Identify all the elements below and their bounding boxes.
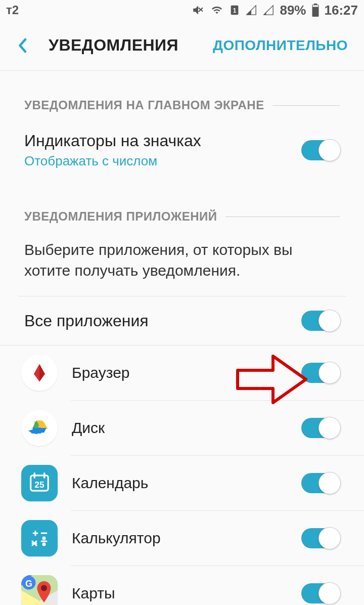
- section-label: УВЕДОМЛЕНИЯ ПРИЛОЖЕНИЙ: [24, 209, 217, 224]
- app-label: Диск: [72, 419, 301, 437]
- svg-text:G: G: [25, 579, 32, 589]
- badge-indicators-row[interactable]: Индикаторы на значках Отображать с число…: [0, 118, 364, 182]
- app-row-drive[interactable]: Диск: [0, 401, 364, 455]
- app-toggle-calendar[interactable]: [301, 473, 340, 493]
- app-label: Карты: [72, 585, 301, 602]
- app-label: Калькулятор: [72, 530, 301, 547]
- sim-icon: 1: [229, 4, 240, 17]
- page-title: УВЕДОМЛЕНИЯ: [49, 36, 213, 55]
- app-list: Браузер Диск 25 Календарь Калькулятор G …: [0, 345, 364, 605]
- status-bar: т2 1 89% 16:27: [0, 0, 364, 20]
- section-header-home-notifications: УВЕДОМЛЕНИЯ НА ГЛАВНОМ ЭКРАНЕ: [0, 71, 364, 118]
- signal-icon-1: [245, 5, 257, 16]
- svg-point-30: [41, 585, 47, 591]
- section-header-app-notifications: УВЕДОМЛЕНИЯ ПРИЛОЖЕНИЙ: [0, 182, 364, 230]
- row-title: Индикаторы на значках: [24, 132, 301, 150]
- mute-icon: [192, 4, 205, 17]
- app-label: Браузер: [72, 364, 301, 381]
- svg-point-23: [43, 543, 45, 545]
- app-row-calculator[interactable]: Калькулятор: [0, 511, 364, 566]
- battery-percent: 89%: [280, 3, 306, 18]
- divider: [225, 217, 340, 217]
- carrier-label: т2: [6, 3, 19, 17]
- badge-toggle[interactable]: [301, 140, 340, 160]
- calendar-icon: 25: [21, 465, 58, 501]
- all-apps-toggle[interactable]: [301, 311, 340, 331]
- app-header: УВЕДОМЛЕНИЯ ДОПОЛНИТЕЛЬНО: [0, 20, 364, 71]
- svg-rect-3: [313, 4, 317, 5]
- app-label: Календарь: [72, 474, 301, 492]
- all-apps-row[interactable]: Все приложения: [0, 296, 364, 345]
- wifi-icon: [210, 5, 224, 16]
- app-toggle-maps[interactable]: [301, 583, 340, 603]
- status-icons: 1 89% 16:27: [192, 3, 358, 18]
- signal-icon-2: [262, 5, 275, 16]
- advanced-button[interactable]: ДОПОЛНИТЕЛЬНО: [213, 37, 348, 54]
- svg-text:25: 25: [34, 480, 44, 490]
- svg-rect-4: [312, 5, 318, 7]
- divider: [272, 105, 340, 106]
- google-maps-icon: G: [21, 575, 58, 605]
- calculator-icon: [21, 520, 58, 556]
- row-title: Все приложения: [24, 312, 301, 330]
- yandex-browser-icon: [21, 355, 58, 391]
- app-toggle-drive[interactable]: [301, 418, 340, 438]
- svg-marker-10: [32, 428, 47, 433]
- app-row-browser[interactable]: Браузер: [0, 345, 364, 400]
- svg-point-24: [43, 537, 45, 539]
- section-label: УВЕДОМЛЕНИЯ НА ГЛАВНОМ ЭКРАНЕ: [24, 98, 264, 112]
- battery-icon: [311, 4, 320, 17]
- app-toggle-browser[interactable]: [301, 363, 340, 383]
- clock: 16:27: [325, 3, 358, 18]
- row-subtitle: Отображать с числом: [24, 153, 301, 169]
- svg-text:1: 1: [233, 7, 237, 14]
- back-button[interactable]: [16, 36, 28, 55]
- app-row-calendar[interactable]: 25 Календарь: [0, 456, 364, 510]
- app-toggle-calculator[interactable]: [301, 528, 340, 548]
- section-description: Выберите приложения, от которых вы хотит…: [0, 230, 364, 296]
- app-row-maps[interactable]: G Карты: [0, 566, 364, 605]
- google-drive-icon: [21, 410, 58, 446]
